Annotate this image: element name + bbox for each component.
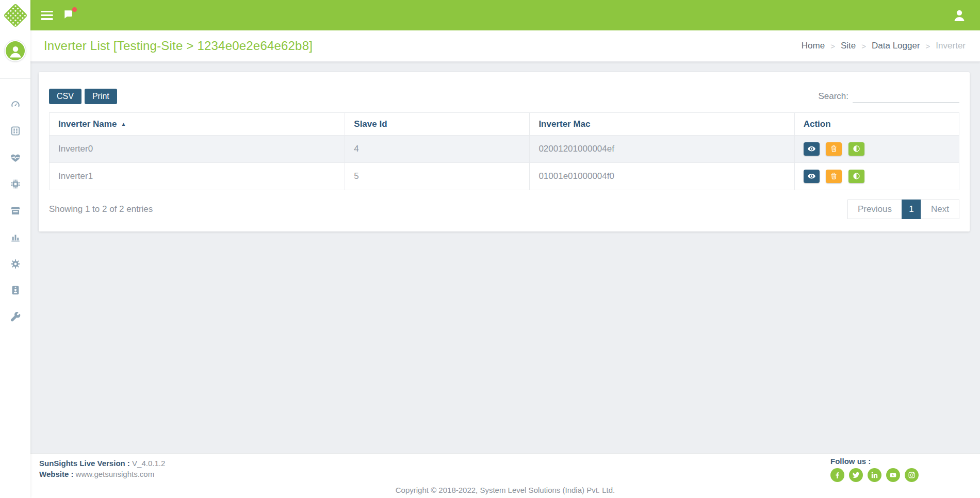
- footer-social: Follow us :: [830, 457, 919, 482]
- table-header-row: Inverter Name▲ Slave Id Inverter Mac Act…: [50, 113, 959, 136]
- eye-icon: [807, 144, 816, 153]
- website-value: www.getsunsights.com: [76, 470, 155, 478]
- adjust-icon: [852, 172, 861, 180]
- sidebar-item-9[interactable]: [0, 304, 30, 330]
- sidebar-item-2[interactable]: [0, 118, 30, 145]
- version-label: SunSights Live Version :: [39, 459, 130, 468]
- user-avatar-icon: [6, 41, 25, 60]
- table-footer: Showing 1 to 2 of 2 entries Previous 1 N…: [49, 200, 959, 219]
- sidebar-item-5[interactable]: [0, 197, 30, 224]
- breadcrumb-data-logger[interactable]: Data Logger: [872, 41, 920, 51]
- heartbeat-icon: [10, 152, 21, 163]
- breadcrumb-separator: >: [830, 42, 835, 51]
- breadcrumb-separator: >: [926, 42, 930, 51]
- id-badge-icon: [10, 285, 21, 296]
- diamond-dots-logo-icon: [3, 3, 27, 27]
- search-label: Search:: [818, 91, 848, 102]
- pagination: Previous 1 Next: [847, 200, 959, 219]
- chat-icon[interactable]: [62, 9, 76, 22]
- print-button[interactable]: Print: [85, 89, 117, 104]
- breadcrumb: Home > Site > Data Logger > Inverter: [802, 41, 966, 51]
- social-row: [830, 468, 919, 482]
- sidebar: [0, 0, 30, 498]
- adjust-button[interactable]: [848, 142, 864, 156]
- cell-inverter-mac: 02001201000004ef: [530, 136, 794, 163]
- search-wrap: Search:: [818, 90, 959, 103]
- version-line: SunSights Live Version : V_4.0.1.2: [39, 458, 165, 469]
- microchip-icon: [10, 178, 21, 190]
- cell-slave-id: 4: [345, 136, 530, 163]
- breadcrumb-site[interactable]: Site: [841, 41, 856, 51]
- breadcrumb-separator: >: [861, 42, 866, 51]
- twitter-button[interactable]: [849, 468, 863, 482]
- footer: SunSights Live Version : V_4.0.1.2 Websi…: [30, 453, 980, 498]
- adjust-button[interactable]: [848, 170, 864, 183]
- sidebar-item-7[interactable]: [0, 251, 30, 277]
- delete-button[interactable]: [826, 170, 842, 183]
- notification-dot: [72, 7, 77, 12]
- linkedin-button[interactable]: [868, 468, 881, 482]
- website-line: Website : www.getsunsights.com: [39, 469, 165, 479]
- instagram-icon: [907, 471, 916, 479]
- adjust-icon: [852, 144, 861, 153]
- previous-page-button[interactable]: Previous: [847, 200, 902, 219]
- cell-actions: [794, 136, 959, 163]
- sort-asc-icon: ▲: [121, 121, 126, 127]
- top-bar: [30, 0, 980, 30]
- sidebar-item-1[interactable]: [0, 91, 30, 118]
- column-header-inverter-mac[interactable]: Inverter Mac: [530, 113, 794, 136]
- search-input[interactable]: [853, 90, 959, 103]
- gauge-icon: [10, 99, 21, 110]
- facebook-button[interactable]: [830, 468, 844, 482]
- next-page-button[interactable]: Next: [921, 200, 959, 219]
- instagram-button[interactable]: [905, 468, 919, 482]
- user-icon[interactable]: [952, 8, 967, 23]
- sidebar-item-4[interactable]: [0, 171, 30, 198]
- csv-button[interactable]: CSV: [49, 89, 81, 104]
- facebook-icon: [833, 471, 842, 479]
- trash-icon: [829, 172, 838, 180]
- inverter-list-card: CSV Print Search: Inverter Name▲ Slave I…: [39, 72, 970, 231]
- website-label: Website :: [39, 470, 73, 478]
- sidebar-item-6[interactable]: [0, 224, 30, 251]
- menu-icon[interactable]: [41, 11, 53, 20]
- follow-us-label: Follow us :: [830, 457, 919, 466]
- grid-icon: [10, 125, 21, 137]
- view-button[interactable]: [804, 170, 820, 183]
- column-header-inverter-name[interactable]: Inverter Name▲: [50, 113, 345, 136]
- app-logo[interactable]: [0, 0, 30, 30]
- bar-chart-icon: [10, 231, 21, 243]
- twitter-icon: [852, 471, 860, 479]
- store-icon: [10, 205, 21, 217]
- column-header-action[interactable]: Action: [794, 113, 959, 136]
- inverter-table: Inverter Name▲ Slave Id Inverter Mac Act…: [49, 112, 959, 190]
- eye-icon: [807, 172, 816, 180]
- sidebar-nav: [0, 91, 30, 330]
- sidebar-divider: [0, 78, 30, 79]
- sidebar-item-3[interactable]: [0, 144, 30, 171]
- version-value: V_4.0.1.2: [132, 459, 165, 468]
- page-title: Inverter List [Testing-Site > 1234e0e2e6…: [44, 39, 313, 53]
- breadcrumb-inverter: Inverter: [936, 41, 966, 51]
- sidebar-item-8[interactable]: [0, 277, 30, 304]
- gear-icon: [10, 258, 21, 270]
- entries-info: Showing 1 to 2 of 2 entries: [49, 204, 153, 214]
- page-1-button[interactable]: 1: [902, 200, 921, 219]
- cell-inverter-mac: 01001e01000004f0: [530, 163, 794, 190]
- column-header-slave-id[interactable]: Slave Id: [345, 113, 530, 136]
- linkedin-icon: [870, 471, 879, 479]
- delete-button[interactable]: [826, 142, 842, 156]
- youtube-button[interactable]: [886, 468, 900, 482]
- trash-icon: [829, 144, 838, 153]
- cell-slave-id: 5: [345, 163, 530, 190]
- breadcrumb-home[interactable]: Home: [802, 41, 825, 51]
- title-bar: Inverter List [Testing-Site > 1234e0e2e6…: [30, 30, 980, 62]
- cell-inverter-name: Inverter0: [50, 136, 345, 163]
- cell-actions: [794, 163, 959, 190]
- cell-inverter-name: Inverter1: [50, 163, 345, 190]
- view-button[interactable]: [804, 142, 820, 156]
- copyright: Copyright © 2018-2022, System Level Solu…: [30, 486, 980, 494]
- avatar[interactable]: [4, 40, 26, 62]
- table-toolbar: CSV Print Search:: [49, 89, 959, 104]
- footer-info: SunSights Live Version : V_4.0.1.2 Websi…: [39, 458, 165, 479]
